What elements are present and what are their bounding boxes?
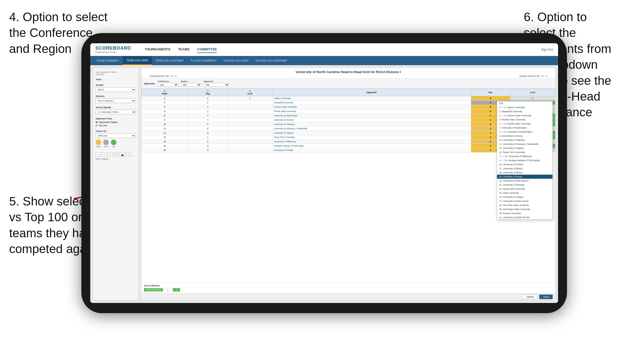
nav-items: TOURNAMENTS TEAMS COMMITTEE <box>145 46 541 53</box>
dropdown-item[interactable]: 29. San Diego State University <box>497 207 552 211</box>
col-loss: Loss <box>510 89 555 96</box>
cell-opponent[interactable]: University of Florida <box>272 148 471 152</box>
cell-opponent[interactable]: Arizona State University <box>272 105 471 109</box>
dropdown-item[interactable]: 23. Texas A&M University <box>497 187 552 191</box>
dropdown-item[interactable]: 11. University of Arkansas, Fayetteville <box>497 142 552 146</box>
subnav-player-h2h-grid[interactable]: PLAYER H2H GRID <box>220 56 252 65</box>
cell-conf <box>228 118 272 122</box>
dropdown-item[interactable]: 16. University of Florida <box>497 162 552 166</box>
cell-opponent[interactable]: University of Washington <box>272 114 471 118</box>
nav-tournaments[interactable]: TOURNAMENTS <box>145 46 170 53</box>
subnav-player-summary[interactable]: PLAYER SUMMARY <box>187 56 220 65</box>
cell-opponent[interactable]: Florida State University <box>272 109 471 114</box>
cell-reg: 3 <box>188 118 228 122</box>
apply-button[interactable]: Apply <box>539 295 553 299</box>
subnav-h2h-heatmap[interactable]: TEAM H2H HEATMAP <box>152 56 187 65</box>
cell-opponent[interactable]: University of Alabama <box>272 122 471 127</box>
toolbar-undo[interactable]: ↩ <box>96 152 101 157</box>
dropdown-item[interactable]: 17. University of Illinois <box>497 166 552 171</box>
region-select[interactable]: (All) <box>181 83 201 87</box>
dropdown-item[interactable]: 24. Duke University <box>497 191 552 195</box>
radio-1-label: Opponents Played <box>99 121 117 123</box>
subnav-team-summary[interactable]: TEAM SUMMARY <box>93 56 123 65</box>
dropdown-item[interactable]: (All) <box>497 101 552 105</box>
dropdown-item[interactable]: 25. University of Oregon <box>497 195 552 199</box>
cell-opponent[interactable]: Vanderbilt University <box>272 101 471 105</box>
radio-opponents-played[interactable]: Opponents Played <box>96 121 136 123</box>
cell-reg: 2 <box>188 140 228 144</box>
dropdown-item[interactable]: ✓ 2. Auburn University <box>497 105 552 109</box>
toolbar-redo[interactable]: ↪ <box>102 152 107 157</box>
cell-loss: 1 <box>510 96 555 101</box>
toolbar-clock[interactable]: 🕐 <box>126 152 132 157</box>
colour-select[interactable]: Win/Loss <box>96 133 136 138</box>
cell-reg: 1 <box>188 135 228 140</box>
dropdown-item[interactable]: 9. University of Arizona <box>497 134 552 138</box>
radio-top100[interactable]: Top 100 <box>96 124 136 127</box>
dropdown-item[interactable]: 30. Purdue University <box>497 211 552 215</box>
cell-rank: 4 <box>142 105 188 109</box>
dropdown-item[interactable]: 5. Florida State University <box>497 118 552 122</box>
subnav-h2h-grid[interactable]: TEAM H2H GRID <box>123 56 152 65</box>
toolbar-refresh[interactable]: ↺ <box>108 152 113 157</box>
dropdown-item[interactable]: 21. University of New Mexico <box>497 179 552 183</box>
cell-opponent[interactable]: University of Arkansas, Fayetteville <box>272 127 471 131</box>
cell-opponent[interactable]: University of Oklahoma <box>272 140 471 144</box>
dropdown-item[interactable]: 22. University of Georgia <box>497 183 552 187</box>
school-label: School (Rank) <box>96 106 136 109</box>
cell-reg: 2 <box>188 148 228 152</box>
dropdown-item[interactable]: ✓ 14. University of Oklahoma <box>497 154 552 158</box>
cell-rank: 2 <box>142 96 188 101</box>
dropdown-item[interactable]: ✓ 15. Georgia Institute of Technology <box>497 158 552 162</box>
nav-signout[interactable]: Sign Out <box>541 48 553 51</box>
logo-subtitle: Powered by iUCoach <box>95 51 139 53</box>
cancel-button[interactable]: Cancel <box>522 295 537 299</box>
main-content: Last Updated: 4/7/2024 16:55:38 Team Gen… <box>90 65 558 303</box>
dropdown-item[interactable]: 3. Vanderbilt University <box>497 109 552 114</box>
dropdown-item[interactable]: 13. Texas Tech University <box>497 150 552 154</box>
cell-opponent[interactable]: Georgia Institute of Technology <box>272 144 471 148</box>
dropdown-item[interactable]: 27. University of Notre Dame <box>497 199 552 203</box>
logo: SCOREBOARD <box>95 46 131 51</box>
school-select[interactable]: 1. University of Nort... <box>96 110 136 114</box>
cell-rank: 16 <box>142 148 188 152</box>
dropdown-item[interactable]: ✓ 6. Florida State University <box>497 122 552 126</box>
colour-down-label: Down <box>96 146 101 147</box>
dropdown-item[interactable]: 10. University of Alabama <box>497 138 552 142</box>
dropdown-item[interactable]: 12. University of Virginia <box>497 146 552 150</box>
cell-opponent[interactable]: University of Arizona <box>272 118 471 122</box>
colour-up-label: Up <box>113 146 115 147</box>
colour-dot-level <box>103 140 109 145</box>
nav-teams[interactable]: TEAMS <box>178 46 190 53</box>
toolbar-copy[interactable]: ⧉ <box>114 152 118 157</box>
dropdown-item[interactable]: 28. The Ohio State University <box>497 203 552 207</box>
cell-opponent[interactable]: Texas Tech University <box>272 135 471 140</box>
colour-up: Up <box>111 140 116 147</box>
nav-committee[interactable]: COMMITTEE <box>197 46 217 53</box>
division-select[interactable]: NCAA Division I <box>96 99 136 103</box>
cell-conf: 1 <box>228 96 272 101</box>
cell-opponent[interactable]: University of Virginia <box>272 131 471 135</box>
dropdown-item[interactable]: ✓ 8. University of Washington <box>497 130 552 134</box>
top-nav: SCOREBOARD Powered by iUCoach TOURNAMENT… <box>90 43 558 56</box>
dropdown-item[interactable]: 7. University of Washington <box>497 126 552 130</box>
grid-table-container[interactable]: #Rank #Reg #Conf Opponent Win Loss 2 1 1… <box>141 89 555 283</box>
subnav-player-heatmap[interactable]: PLAYER H2H HEATMAP <box>252 56 291 65</box>
conference-select[interactable]: (All) <box>158 83 178 87</box>
dropdown-item[interactable]: ✓ 4. Arizona State University <box>497 114 552 118</box>
opponent-select[interactable]: (All) <box>204 83 229 87</box>
cell-rank: 14 <box>142 140 188 144</box>
cell-conf <box>228 140 272 144</box>
cell-conf <box>228 148 272 152</box>
dropdown-item[interactable]: 18. University of Illinois <box>497 171 552 175</box>
dropdown-item[interactable]: 20. University of Texas <box>497 175 552 179</box>
opponent-dropdown[interactable]: (All)✓ 2. Auburn University 3. Vanderbil… <box>497 101 553 220</box>
cell-opponent[interactable]: Auburn University <box>272 96 471 101</box>
cell-reg: 2 <box>188 101 228 105</box>
grid-header: University of North Carolina Head-to-Hea… <box>141 68 555 79</box>
dropdown-item[interactable]: 31. University of North Florida <box>497 215 552 219</box>
toolbar-camera[interactable]: 📷 <box>119 152 125 157</box>
tablet-screen: SCOREBOARD Powered by iUCoach TOURNAMENT… <box>90 43 558 303</box>
cell-conf <box>228 127 272 131</box>
gender-select[interactable]: Men's <box>96 87 136 92</box>
